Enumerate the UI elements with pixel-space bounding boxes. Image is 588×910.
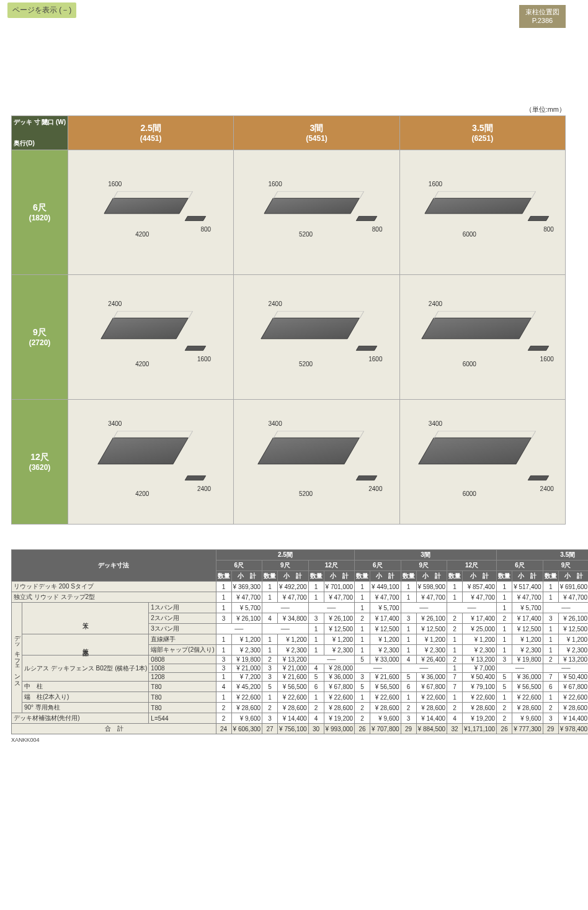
pt-qty: 6 [401,682,416,692]
pt-price: ¥ 47,700 [416,592,447,603]
pt-qty: 1 [355,692,370,703]
pt-price: ¥ 12,500 [324,624,355,634]
pt-price: ¥ 50,400 [558,673,588,682]
step-icon [356,475,377,480]
pt-price: ¥ 691,600 [558,582,588,592]
pt-row-label: デッキ材補強材(先付用) [12,713,149,724]
pt-price: ¥ 369,300 [231,582,262,592]
pt-price: ¥ 19,800 [512,655,543,664]
step-icon [528,216,549,221]
pt-qty: 1 [447,692,463,703]
pt-price: ¥ 47,700 [512,592,543,603]
pt-price: ¥ 701,000 [324,582,355,592]
pt-span-2: 3.5間 [497,550,588,561]
pt-qty: 1 [355,582,370,592]
pt-total-price: ¥1,171,100 [463,724,497,734]
pt-qty-header: 数量 [447,571,463,582]
pt-qty: 5 [262,682,278,692]
pt-total-price: ¥ 756,100 [278,724,309,734]
pt-subtotal-header: 小 計 [463,571,497,582]
posbox-page: P.2386 [525,16,559,25]
pt-qty: 1 [308,692,324,703]
dim-w: 6000 [463,361,476,367]
pt-qty: 1 [308,645,324,655]
pt-price: ¥ 22,600 [324,692,355,703]
dim-w: 6000 [463,490,476,497]
pt-dash: ── [401,603,447,613]
pt-qty: 3 [216,655,231,664]
pt-price: ¥ 1,200 [324,634,355,645]
pt-span-1: 3間 [355,550,497,561]
pt-qty: 1 [447,634,463,645]
step-icon [528,346,549,351]
dim-d: 2400 [108,300,122,307]
col-3: 3間(5451) [234,116,399,150]
pt-row-label: 独立式 リウッド ステップ2型 [12,592,216,603]
pt-price: ¥ 47,700 [558,592,588,603]
page-toggle[interactable]: ページを表示 (－) [7,2,76,18]
pt-qty: 7 [543,673,558,682]
pt-qty: 5 [401,673,416,682]
pt-price: ¥ 28,000 [324,664,355,673]
pt-price: ¥ 2,300 [324,645,355,655]
step-icon [185,216,206,221]
unit-label: （単位:mm） [0,105,566,114]
pt-qty: 3 [355,673,370,682]
grid-corner: デッキ 寸 法 間口 (W) 奥行(D) [12,116,68,150]
pt-qty: 6 [308,682,324,692]
dim-s: 1600 [368,356,382,363]
pt-price: ¥ 79,100 [463,682,497,692]
pt-dash: ── [447,603,497,613]
pt-row-label: リウッドデッキ 200 Sタイプ [12,582,216,592]
dim-d: 2400 [268,300,282,307]
pt-price: ¥ 67,800 [416,682,447,692]
pt-price: ¥ 26,100 [558,613,588,624]
pt-qty: 2 [497,713,512,724]
pt-price: ¥ 517,400 [512,582,543,592]
pt-qty: 3 [401,713,416,724]
pt-price: ¥ 14,400 [278,713,309,724]
pt-total-price: ¥ 884,500 [416,724,447,734]
pt-shaku: 9尺 [543,561,588,571]
pt-qty: 2 [355,703,370,713]
pt-price: ¥ 14,400 [558,713,588,724]
pt-price: ¥ 47,700 [324,592,355,603]
dim-s: 2400 [368,485,382,492]
deck-cell: 16005200800 [234,150,399,275]
row-9尺: 9尺(2720) [12,275,68,400]
pt-price: ¥ 2,300 [278,645,309,655]
pt-qty: 7 [447,682,463,692]
deck-illustration: 240052001600 [273,318,360,356]
pt-qty: 4 [447,713,463,724]
pt-qty: 1 [308,624,324,634]
pt-subtotal-header: 小 計 [416,571,447,582]
pt-title: デッキ寸法 [12,550,216,582]
pt-price: ¥ 26,100 [416,613,447,624]
pt-size: 0808 [149,655,216,664]
pt-dash: ── [401,664,447,673]
pt-price: ¥ 67,800 [324,682,355,692]
pt-qty: 3 [262,664,278,673]
pt-price: ¥ 1,200 [416,634,447,645]
step-icon [185,346,206,351]
pt-price: ¥ 9,600 [231,713,262,724]
pt-price: ¥ 13,200 [558,655,588,664]
pt-qty: 1 [355,645,370,655]
pt-price: ¥ 22,600 [463,692,497,703]
deck-illustration: 16004200800 [113,198,189,227]
pt-price: ¥ 34,800 [278,613,309,624]
corner-maguchi: 間口 (W) [42,118,66,127]
pt-side-deckfence: デッキフェンス [12,603,22,713]
dim-w: 4200 [135,361,149,367]
row-12尺: 12尺(3620) [12,400,68,525]
deck-cell: 240052001600 [234,275,399,400]
pt-price: ¥ 47,700 [231,592,262,603]
pt-price: ¥ 2,300 [370,645,401,655]
dim-s: 800 [372,226,383,233]
pt-price: ¥ 28,600 [558,703,588,713]
pt-price: ¥ 492,200 [278,582,309,592]
pt-qty-header: 数量 [497,571,512,582]
dim-d: 3400 [429,420,442,427]
pt-total-qty: 26 [355,724,370,734]
pt-total-qty: 29 [401,724,416,734]
